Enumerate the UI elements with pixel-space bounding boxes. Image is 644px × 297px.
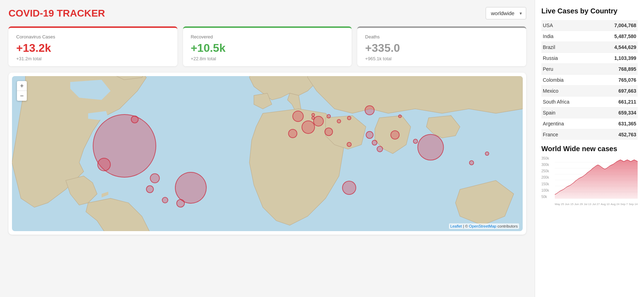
country-name: France xyxy=(543,132,558,137)
country-cases: 4,544,629 xyxy=(614,44,636,50)
country-name: Brazil xyxy=(543,44,555,50)
map-inner[interactable]: + − Leaflet | © OpenStreetMap contributo… xyxy=(12,76,523,231)
map-container: + − Leaflet | © OpenStreetMap contributo… xyxy=(8,73,526,235)
chart-y-label: 100k xyxy=(541,188,554,192)
cases-card: Coronavirus Cases +13.2k +31.2m total xyxy=(8,26,177,66)
country-item[interactable]: Argentina 631,365 xyxy=(541,118,638,129)
chart-x-label: Jul 13 xyxy=(584,203,591,206)
recovered-total: +22.8m total xyxy=(191,56,344,61)
chart-svg xyxy=(555,156,638,199)
chart-x-label: May 25 xyxy=(555,203,564,206)
chart-x-labels: May 25Jun 15Jun 29Jul 13Jul 27Aug 10Aug … xyxy=(555,199,638,206)
map-controls: + − xyxy=(17,81,27,101)
chart-x-label: Sep 7 xyxy=(620,203,628,206)
country-name: Argentina xyxy=(543,121,564,126)
map-svg xyxy=(12,76,523,231)
country-name: Colombia xyxy=(543,77,564,83)
cases-total: +31.2m total xyxy=(16,56,170,61)
region-select-input[interactable]: worldwide USA India Brazil xyxy=(486,7,526,19)
chart-y-label: 350k xyxy=(541,156,554,160)
deaths-value: +335.0 xyxy=(365,42,518,55)
country-item[interactable]: Brazil 4,544,629 xyxy=(541,42,638,53)
app-title: COVID-19 TRACKER xyxy=(8,8,105,19)
chart-y-label: 250k xyxy=(541,169,554,173)
deaths-card: Deaths +335.0 +965.1k total xyxy=(357,26,526,66)
country-cases: 452,763 xyxy=(618,132,636,137)
country-item[interactable]: Peru 768,895 xyxy=(541,64,638,75)
country-cases: 697,663 xyxy=(618,88,636,94)
chart-container: 350k300k250k200k150k100k50k xyxy=(541,156,638,206)
chart-x-label: Aug 10 xyxy=(601,203,609,206)
sidebar: Live Cases by Country USA 7,004,768 Indi… xyxy=(535,0,644,297)
header: COVID-19 TRACKER worldwide USA India Bra… xyxy=(8,7,526,19)
chart-x-label: Sep 14 xyxy=(629,203,638,206)
osm-link[interactable]: OpenStreetMap xyxy=(469,224,497,228)
world-cases-title: World Wide new cases xyxy=(541,145,638,153)
stats-row: Coronavirus Cases +13.2k +31.2m total Re… xyxy=(8,26,526,66)
attribution-separator: | © xyxy=(463,224,469,228)
zoom-out-button[interactable]: − xyxy=(17,91,27,101)
deaths-label: Deaths xyxy=(365,34,518,39)
chart-x-label: Jul 27 xyxy=(592,203,600,206)
chart-y-label: 300k xyxy=(541,163,554,167)
country-cases: 631,365 xyxy=(618,121,636,126)
country-name: Russia xyxy=(543,55,558,61)
cases-label: Coronavirus Cases xyxy=(16,34,170,39)
country-name: South Africa xyxy=(543,99,570,105)
country-item[interactable]: France 452,763 xyxy=(541,129,638,140)
live-cases-title: Live Cases by Country xyxy=(541,7,638,15)
recovered-label: Recovered xyxy=(191,34,344,39)
country-list-scroll[interactable]: USA 7,004,768 India 5,487,580 Brazil 4,5… xyxy=(541,20,638,140)
country-item[interactable]: Mexico 697,663 xyxy=(541,86,638,97)
country-cases: 768,895 xyxy=(618,66,636,72)
country-item[interactable]: USA 7,004,768 xyxy=(541,20,638,31)
leaflet-link[interactable]: Leaflet xyxy=(450,224,462,228)
country-name: India xyxy=(543,33,553,39)
country-cases: 7,004,768 xyxy=(614,23,636,28)
chart-y-label: 200k xyxy=(541,175,554,179)
country-cases: 5,487,580 xyxy=(614,33,636,39)
country-name: Mexico xyxy=(543,88,558,94)
chart-x-label: Jun 15 xyxy=(565,203,573,206)
country-name: Spain xyxy=(543,110,555,116)
cases-value: +13.2k xyxy=(16,42,170,55)
country-list: USA 7,004,768 India 5,487,580 Brazil 4,5… xyxy=(541,20,638,140)
country-name: USA xyxy=(543,23,553,28)
map-attribution: Leaflet | © OpenStreetMap contributors xyxy=(449,223,519,229)
country-item[interactable]: South Africa 661,211 xyxy=(541,97,638,107)
country-name: Peru xyxy=(543,66,553,72)
deaths-total: +965.1k total xyxy=(365,56,518,61)
country-item[interactable]: India 5,487,580 xyxy=(541,31,638,42)
country-item[interactable]: Spain 659,334 xyxy=(541,107,638,118)
chart-area xyxy=(555,156,638,199)
chart-y-label: 50k xyxy=(541,195,554,199)
zoom-in-button[interactable]: + xyxy=(17,81,27,91)
chart-y-label: 150k xyxy=(541,182,554,186)
chart-x-label: Jun 29 xyxy=(575,203,583,206)
country-item[interactable]: Russia 1,103,399 xyxy=(541,53,638,64)
region-selector[interactable]: worldwide USA India Brazil ▼ xyxy=(486,7,526,19)
recovered-card: Recovered +10.5k +22.8m total xyxy=(183,26,352,66)
country-cases: 765,076 xyxy=(618,77,636,83)
country-cases: 661,211 xyxy=(618,99,636,105)
country-cases: 1,103,399 xyxy=(614,55,636,61)
attribution-contributors: contributors xyxy=(498,224,518,228)
chart-x-label: Aug 24 xyxy=(610,203,619,206)
country-item[interactable]: Colombia 765,076 xyxy=(541,75,638,86)
chart-y-labels: 350k300k250k200k150k100k50k xyxy=(541,156,554,199)
country-cases: 659,334 xyxy=(618,110,636,116)
recovered-value: +10.5k xyxy=(191,42,344,55)
